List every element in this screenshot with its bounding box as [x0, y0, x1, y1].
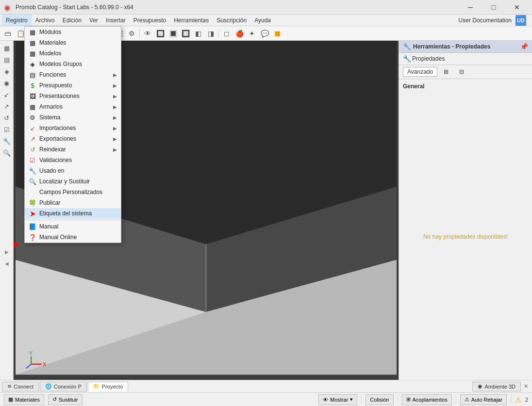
menu-item-etiqueta[interactable]: ➤ Etiqueta del sistema [25, 208, 121, 219]
presupuesto-label: Presupuesto [39, 82, 72, 89]
menu-presupuesto[interactable]: Presupuesto [130, 15, 170, 26]
lt-btn-12[interactable]: ◀ [1, 258, 12, 269]
manual-online-icon: ❓ [29, 233, 36, 241]
user-avatar[interactable]: UD [515, 15, 526, 26]
exportaciones-arrow: ▶ [113, 136, 117, 142]
panel-prop-icon: 🔧 [403, 55, 411, 63]
lt-btn-3[interactable]: ◈ [1, 66, 12, 77]
lt-btn-8[interactable]: ☑ [1, 124, 12, 135]
menu-edicion[interactable]: Edición [59, 15, 85, 26]
lt-btn-10[interactable]: 🔍 [1, 147, 12, 158]
menu-item-presentaciones[interactable]: 🖼 Presentaciones ▶ [25, 91, 121, 101]
modulos-label: Módulos [39, 29, 61, 35]
lt-btn-11[interactable]: ▶ [1, 246, 12, 257]
tb-btn-8[interactable]: ⚙ [126, 28, 137, 39]
tab-proyecto[interactable]: 📁 Proyecto [88, 382, 128, 391]
importaciones-arrow: ▶ [113, 126, 117, 131]
menu-item-manual[interactable]: 📘 Manual [25, 221, 121, 232]
mostrar-arrow: ▾ [350, 396, 353, 403]
ambiente-close[interactable]: ✕ [522, 383, 530, 390]
status-auto-rebajar[interactable]: ⚠ Auto Rebajar [460, 394, 507, 405]
menu-item-funciones[interactable]: ▤ Funciones ▶ [25, 69, 121, 80]
tab-ambiente[interactable]: ◉ Ambiente 3D [472, 382, 521, 391]
panel-pin-icon[interactable]: 📌 [520, 43, 528, 50]
lt-btn-7[interactable]: ↺ [1, 113, 12, 123]
tb-btn-17[interactable]: 💬 [259, 28, 270, 39]
modelos-icon: ▦ [29, 49, 36, 57]
proyecto-label: Proyecto [102, 384, 123, 390]
tb-btn-cube[interactable]: ◻ [221, 28, 233, 39]
menu-item-modelos[interactable]: ▦ Modelos [25, 48, 121, 59]
tb-btn-12[interactable]: 🔲 [180, 28, 191, 39]
reindexar-label: Reindexar [39, 146, 66, 153]
menu-item-armarios[interactable]: ▦ Armarios ▶ [25, 101, 121, 112]
menu-archivo[interactable]: Archivo [32, 15, 59, 26]
menu-item-usado-en[interactable]: 🔧 Usado en [25, 165, 121, 176]
menu-item-materiales[interactable]: ▦ Materiales [25, 37, 121, 48]
close-button[interactable]: ✕ [506, 0, 528, 15]
menu-item-presupuesto[interactable]: $ Presupuesto ▶ [25, 80, 121, 91]
tb-btn-10[interactable]: 🔲 [154, 28, 166, 39]
menu-item-sistema[interactable]: ⚙ Sistema ▶ [25, 112, 121, 123]
lt-btn-9[interactable]: 🔧 [1, 136, 12, 146]
menu-item-validaciones[interactable]: ☑ Validaciones [25, 155, 121, 165]
lt-btn-4[interactable]: ◉ [1, 78, 12, 88]
lt-btn-6[interactable]: ↗ [1, 101, 12, 112]
menu-ver[interactable]: Ver [85, 15, 102, 26]
tb-btn-18[interactable]: ◼ [271, 28, 283, 39]
menu-suscripcion[interactable]: Suscripción [213, 15, 250, 26]
menu-item-localizar[interactable]: 🔍 Localizar y Sustituir [25, 176, 121, 187]
panel-tab-avanzado[interactable]: Avanzado [403, 67, 437, 77]
minimize-button[interactable]: ─ [459, 0, 482, 15]
maximize-button[interactable]: □ [482, 0, 505, 15]
svg-text:Y: Y [29, 350, 33, 356]
registro-dropdown[interactable]: ▦ Módulos ▦ Materiales ▦ Modelos ◈ Model… [24, 26, 121, 243]
tb-btn-1[interactable]: 🗃 [2, 28, 14, 39]
tb-btn-9[interactable]: 👁 [142, 28, 153, 39]
ambiente-icon: ◉ [478, 383, 482, 390]
tb-btn-15[interactable]: 🍎 [233, 28, 245, 39]
tb-btn-11[interactable]: 🔳 [167, 28, 179, 39]
auto-rebajar-label: Auto Rebajar [471, 397, 502, 403]
menu-item-publicar[interactable]: 🍀 Publicar [25, 197, 121, 208]
status-bar: ▦ Materiales ↺ Sustituir 👁 Mostrar ▾ Col… [0, 392, 532, 406]
status-sep-4 [511, 396, 511, 404]
tb-btn-13[interactable]: ◧ [192, 28, 204, 39]
armarios-icon: ▦ [29, 103, 36, 111]
sistema-icon: ⚙ [29, 114, 36, 121]
status-acoplamientos[interactable]: ⊞ Acoplamientos [402, 394, 452, 405]
lt-btn-5[interactable]: ↙ [1, 89, 12, 100]
panel-tab-list[interactable]: ⊟ [455, 67, 468, 77]
menu-insertar[interactable]: Insertar [102, 15, 130, 26]
status-materiales[interactable]: ▦ Materiales [4, 394, 44, 405]
conexion-icon: 🌐 [45, 383, 52, 390]
menu-item-exportaciones[interactable]: ↗ Exportaciones ▶ [25, 133, 121, 144]
localizar-icon: 🔍 [29, 178, 36, 185]
status-mostrar[interactable]: 👁 Mostrar ▾ [318, 394, 357, 405]
tb-btn-14[interactable]: ◨ [205, 28, 216, 39]
sistema-arrow: ▶ [113, 115, 117, 120]
status-sustituir[interactable]: ↺ Sustituir [48, 394, 83, 405]
menu-item-manual-online[interactable]: ❓ Manual Online [25, 232, 121, 243]
usado-en-label: Usado en [39, 167, 64, 174]
menu-bar: Registro Archivo Edición Ver Insertar Pr… [0, 15, 532, 26]
menu-ayuda[interactable]: Ayuda [250, 15, 275, 26]
lt-btn-1[interactable]: ▦ [1, 43, 12, 53]
tab-connect[interactable]: ≋ Connect [2, 382, 39, 391]
menu-item-importaciones[interactable]: ↙ Importaciones ▶ [25, 123, 121, 133]
status-colision[interactable]: Colisión [366, 394, 393, 405]
tab-conexion[interactable]: 🌐 Conexión P [40, 382, 87, 391]
auto-rebajar-icon: ⚠ [465, 396, 469, 403]
presupuesto-arrow: ▶ [113, 83, 117, 88]
menu-herramientas[interactable]: Herramientas [170, 15, 213, 26]
menu-item-modulos[interactable]: ▦ Módulos [25, 27, 121, 37]
lt-btn-2[interactable]: ▤ [1, 54, 12, 65]
menu-item-reindexar[interactable]: ↺ Reindexar ▶ [25, 144, 121, 155]
menu-item-modelos-grupos[interactable]: ◈ Modelos Grupos [25, 59, 121, 69]
menu-item-campos[interactable]: Campos Personalizados [25, 187, 121, 197]
exportaciones-label: Exportaciones [39, 135, 76, 142]
panel-tab-grid[interactable]: ⊞ [439, 67, 453, 77]
ambiente-label: Ambiente 3D [484, 384, 515, 390]
tb-btn-16[interactable]: ✦ [246, 28, 258, 39]
menu-registro[interactable]: Registro [2, 15, 32, 26]
